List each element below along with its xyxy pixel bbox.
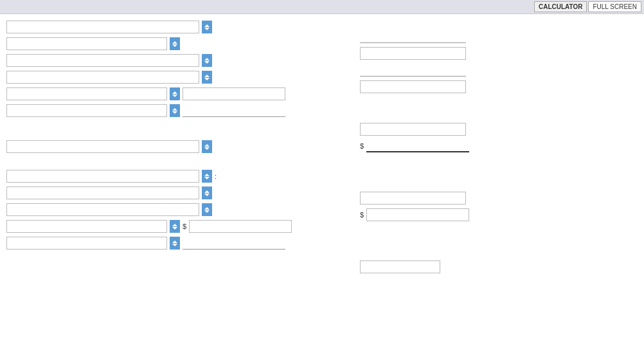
arrow-up-1 [204,24,210,27]
right-input-4[interactable] [360,80,466,93]
right-top-section [360,30,644,93]
arrow-down-2 [172,44,177,47]
arrow-up-11 [172,224,177,226]
row-8: : [6,170,353,183]
spinner-8[interactable] [202,170,212,183]
select-12[interactable] [6,237,167,250]
arrow-down-9 [204,194,210,196]
arrow-up-6 [172,108,177,111]
arrow-down-12 [172,244,177,246]
right-input-7[interactable] [360,192,466,205]
row-6 [6,104,353,117]
right-row-7 [360,192,644,205]
spinner-1[interactable] [202,21,212,33]
top-bar: CALCULATOR FULL SCREEN [0,0,644,14]
dollar-sign-11: $ [183,223,186,230]
main-content: : $ [0,14,644,355]
spinner-4[interactable] [202,71,212,84]
arrow-down-8 [204,177,210,179]
right-input-1[interactable] [360,30,466,43]
row-12 [6,237,353,250]
arrow-up-5 [172,91,177,94]
select-2[interactable] [6,37,167,50]
row-10 [6,203,353,216]
arrow-down-1 [204,28,210,30]
arrow-up-9 [204,190,210,193]
select-6[interactable] [6,104,167,117]
right-column: $ $ [353,21,644,349]
right-input-6[interactable] [366,140,469,152]
spinner-7[interactable] [202,140,212,153]
row-7 [6,140,353,153]
dollar-sign-right-8: $ [360,211,364,219]
row-5 [6,87,353,100]
row-3 [6,54,353,67]
right-row-8: $ [360,208,644,221]
select-4[interactable] [6,71,199,84]
calculator-button[interactable]: CALCULATOR [534,1,587,12]
right-input-2[interactable] [360,47,466,60]
right-bottom-section [360,260,644,273]
right-row-5 [360,123,644,136]
spinner-10[interactable] [202,203,212,216]
arrow-up-3 [204,58,210,60]
row-2 [6,37,353,50]
spacer-2 [6,157,353,170]
select-1[interactable] [6,21,199,33]
spinner-9[interactable] [202,187,212,199]
arrow-down-10 [204,210,210,213]
select-8[interactable] [6,170,199,183]
right-row-6: $ [360,140,644,152]
right-spacer-1 [360,97,644,123]
arrow-down-4 [204,78,210,80]
arrow-up-7 [204,144,210,147]
select-5[interactable] [6,87,167,100]
text-input-5[interactable] [183,87,285,100]
select-11[interactable] [6,220,167,233]
arrow-down-6 [172,111,177,114]
dollar-sign-right-6: $ [360,142,364,150]
arrow-up-8 [204,174,210,176]
fullscreen-button[interactable]: FULL SCREEN [588,1,641,12]
arrow-down-3 [204,61,210,64]
right-input-9[interactable] [360,260,440,273]
right-row-3 [360,64,644,77]
spinner-5[interactable] [170,87,180,100]
right-lower-section: $ [360,192,644,221]
dollar-input-11[interactable] [189,220,292,233]
right-middle-section: $ [360,123,644,152]
right-row-1 [360,30,644,43]
arrow-down-11 [172,227,177,230]
right-spacer-2 [360,156,644,192]
right-input-3[interactable] [360,64,466,77]
arrow-up-12 [172,241,177,243]
arrow-up-2 [172,41,177,44]
right-input-5[interactable] [360,123,466,136]
spinner-11[interactable] [170,220,180,233]
right-row-9 [360,260,644,273]
spacer-1 [6,121,353,140]
right-row-2 [360,47,644,60]
select-9[interactable] [6,187,199,199]
spinner-2[interactable] [170,37,180,50]
right-input-8[interactable] [366,208,469,221]
text-input-12[interactable] [183,237,285,250]
spinner-6[interactable] [170,104,180,117]
left-column: : $ [6,21,353,349]
text-input-6[interactable] [183,104,285,117]
row-1 [6,21,353,33]
spinner-3[interactable] [202,54,212,67]
select-3[interactable] [6,54,199,67]
arrow-down-7 [204,147,210,150]
select-7[interactable] [6,140,199,153]
row-4 [6,71,353,84]
row-11: $ [6,220,353,233]
right-spacer-3 [360,225,644,260]
select-10[interactable] [6,203,199,216]
spinner-12[interactable] [170,237,180,250]
arrow-down-5 [172,95,177,97]
arrow-up-10 [204,207,210,210]
colon-label: : [215,172,217,180]
right-row-4 [360,80,644,93]
row-9 [6,187,353,199]
